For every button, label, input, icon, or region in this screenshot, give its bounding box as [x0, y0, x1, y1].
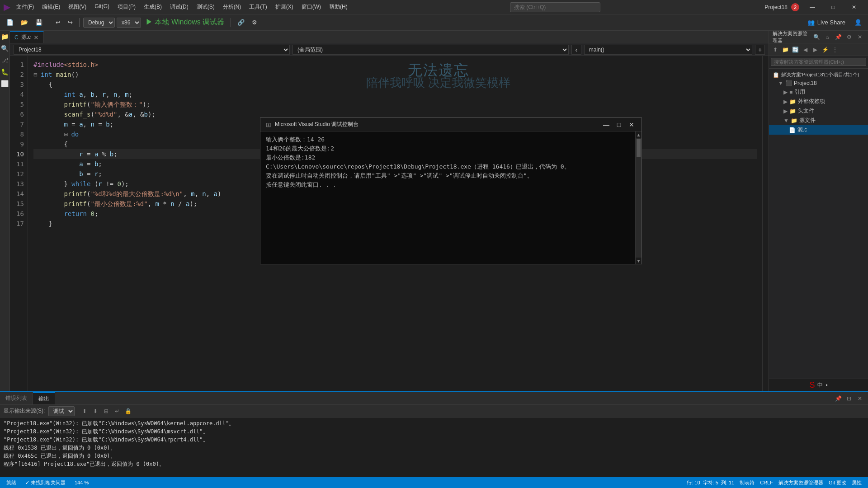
- run-button[interactable]: ▶ 本地 Windows 调试器: [143, 17, 227, 28]
- editor-tab-source[interactable]: C 源.c ✕: [10, 31, 44, 43]
- sol-toolbar-2[interactable]: 📁: [781, 45, 790, 54]
- menu-build[interactable]: 生成(B): [140, 1, 165, 13]
- minimize-button[interactable]: —: [802, 0, 823, 14]
- activity-extensions[interactable]: ⬜: [1, 80, 9, 88]
- output-down-icon[interactable]: ⬇: [91, 407, 100, 416]
- output-lock-icon[interactable]: 🔒: [123, 407, 132, 416]
- sol-toolbar-3[interactable]: 🔄: [791, 45, 800, 54]
- live-share-button[interactable]: 👥 Live Share: [803, 17, 850, 28]
- status-tab-type[interactable]: 制表符: [738, 479, 756, 486]
- nav-next-button[interactable]: +: [755, 45, 765, 55]
- menu-tools[interactable]: 工具(T): [245, 1, 270, 13]
- maximize-button[interactable]: □: [823, 0, 844, 14]
- project-scope-select[interactable]: Project18: [14, 45, 290, 55]
- toolbar-new[interactable]: 📄: [4, 18, 16, 27]
- fold-main[interactable]: ⊟: [33, 70, 39, 80]
- output-content: "Project18.exe"(Win32): 已加载"C:\Windows\S…: [0, 418, 868, 477]
- close-button[interactable]: ✕: [844, 0, 864, 14]
- status-zoom[interactable]: 144 %: [73, 480, 90, 485]
- console-maximize-btn[interactable]: □: [614, 120, 623, 129]
- status-line-ending[interactable]: CRLF: [758, 479, 775, 486]
- menu-git[interactable]: Git(G): [91, 1, 113, 13]
- console-scroll-down[interactable]: ▼: [636, 258, 642, 264]
- status-line-col[interactable]: 行: 10 字符: 5 列: 11: [685, 479, 736, 486]
- status-git-changes[interactable]: Git 更改: [827, 479, 848, 486]
- menu-file[interactable]: 文件(F): [13, 1, 38, 13]
- tree-headers[interactable]: ▶ 📁 头文件: [769, 106, 868, 116]
- sol-toolbar-6[interactable]: ⚡: [821, 45, 830, 54]
- status-solution-explorer-btn[interactable]: 解决方案资源管理器: [777, 479, 825, 486]
- console-scroll-up[interactable]: ▲: [636, 131, 642, 138]
- toolbar-attach[interactable]: 🔗: [235, 18, 247, 27]
- menu-analyze[interactable]: 分析(N): [219, 1, 245, 13]
- toolbar-redo[interactable]: ↪: [65, 18, 75, 27]
- panel-pin-icon[interactable]: 📌: [834, 33, 843, 42]
- toolbar-settings[interactable]: ⚙: [249, 18, 260, 27]
- menu-extensions[interactable]: 扩展(X): [272, 1, 297, 13]
- toolbar-account[interactable]: 👤: [852, 18, 864, 27]
- panel-settings-icon[interactable]: ⚙: [844, 33, 854, 42]
- tab-error-list[interactable]: 错误列表: [0, 392, 33, 404]
- menu-test[interactable]: 测试(S): [193, 1, 218, 13]
- output-source-select[interactable]: 调试: [48, 406, 75, 416]
- sol-toolbar-1[interactable]: ⬆: [771, 45, 780, 54]
- lang-icon[interactable]: 中: [817, 381, 823, 389]
- global-search-input[interactable]: [510, 2, 600, 12]
- toolbar-open[interactable]: 📂: [18, 18, 31, 27]
- right-bottom-bar: S 中 •: [769, 379, 868, 391]
- fold-do[interactable]: ⊟: [64, 129, 69, 139]
- notification-badge[interactable]: 2: [791, 3, 799, 11]
- platform-select[interactable]: x86: [117, 18, 141, 28]
- tab-output[interactable]: 输出: [33, 392, 55, 404]
- status-no-issues[interactable]: ✓ 未找到相关问题: [24, 479, 67, 486]
- output-panel-pin[interactable]: 📌: [834, 394, 843, 403]
- output-wrap-icon[interactable]: ↵: [113, 407, 122, 416]
- activity-debug[interactable]: 🐛: [1, 68, 9, 76]
- tree-sources[interactable]: ▼ 📁 源文件: [769, 116, 868, 125]
- menu-view[interactable]: 视图(V): [65, 1, 90, 13]
- activity-explorer[interactable]: 📁: [1, 33, 9, 41]
- menu-edit[interactable]: 编辑(E): [38, 1, 64, 13]
- tree-external-deps[interactable]: ▶ 📁 外部依赖项: [769, 97, 868, 106]
- dot-icon[interactable]: •: [826, 382, 827, 389]
- sol-toolbar-4[interactable]: ◀: [801, 45, 810, 54]
- panel-home-icon[interactable]: ⌂: [823, 33, 832, 42]
- output-clear-icon[interactable]: ⊟: [102, 407, 111, 416]
- file-label: 源.c: [797, 126, 807, 134]
- menu-help[interactable]: 帮助(H): [326, 1, 351, 13]
- sol-toolbar-5[interactable]: ▶: [811, 45, 820, 54]
- menu-project[interactable]: 项目(P): [114, 1, 139, 13]
- status-ready[interactable]: 就绪: [5, 479, 18, 486]
- panel-search-icon[interactable]: 🔍: [812, 33, 821, 42]
- console-close-btn[interactable]: ✕: [627, 120, 636, 129]
- debug-config-select[interactable]: Debug: [83, 18, 115, 28]
- console-scroll-thumb[interactable]: [637, 139, 641, 157]
- tree-project[interactable]: ▼ ⬛ Project18: [769, 79, 868, 87]
- activity-search[interactable]: 🔍: [1, 44, 9, 52]
- tree-solution[interactable]: 📋 解决方案'Project18'(1个项目/共1个): [769, 70, 868, 79]
- toolbar-save-all[interactable]: 💾: [33, 18, 45, 27]
- console-minimize-btn[interactable]: —: [602, 120, 611, 129]
- menu-window[interactable]: 窗口(W): [298, 1, 325, 13]
- sogou-icon[interactable]: S: [809, 380, 815, 390]
- ln-10: 10: [10, 149, 28, 159]
- console-scrollbar[interactable]: ▲ ▼: [635, 131, 642, 264]
- tree-references[interactable]: ▶ ■ 引用: [769, 87, 868, 97]
- tree-source-file[interactable]: 📄 源.c: [769, 125, 868, 135]
- global-scope-select[interactable]: (全局范围): [292, 45, 569, 55]
- editor-scrollbar[interactable]: [762, 56, 769, 391]
- output-up-icon[interactable]: ⬆: [80, 407, 89, 416]
- menu-debug[interactable]: 调试(D): [166, 1, 192, 13]
- output-panel-close[interactable]: ✕: [855, 394, 864, 403]
- sol-toolbar-7[interactable]: ⋮: [830, 45, 840, 54]
- panel-close-icon[interactable]: ✕: [855, 33, 864, 42]
- member-select[interactable]: main(): [584, 45, 752, 55]
- nav-prev-button[interactable]: ‹: [571, 45, 581, 55]
- tab-close-icon[interactable]: ✕: [33, 34, 39, 41]
- status-properties[interactable]: 属性: [850, 479, 863, 486]
- solution-search-input[interactable]: [771, 58, 866, 66]
- toolbar-undo[interactable]: ↩: [53, 18, 63, 27]
- activity-git[interactable]: ⎇: [1, 56, 9, 64]
- output-panel-dock[interactable]: ⊡: [844, 394, 854, 403]
- console-scroll-track[interactable]: [636, 138, 642, 258]
